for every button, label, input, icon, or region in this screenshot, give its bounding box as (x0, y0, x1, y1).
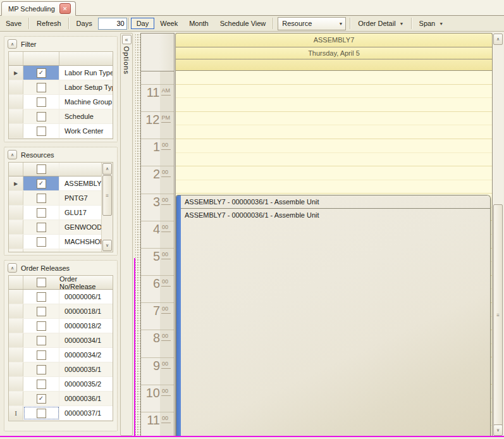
save-button[interactable]: Save (0, 18, 27, 29)
scrollbar-thumb[interactable]: ≡ (102, 175, 112, 216)
day-view-button[interactable]: Day (131, 18, 155, 29)
collapse-chevron-icon[interactable]: ∧ (8, 39, 17, 49)
scroll-down-icon[interactable]: ∨ (493, 424, 503, 436)
table-row[interactable]: 00000034/1 (9, 333, 113, 348)
scroll-up-icon[interactable]: ∧ (493, 34, 503, 45)
schedule-view-button[interactable]: Schedule View (214, 18, 272, 29)
checkbox[interactable] (37, 307, 46, 316)
checkbox-cell[interactable] (23, 406, 59, 420)
checkbox[interactable] (37, 223, 46, 232)
checkbox-cell[interactable] (23, 206, 59, 220)
collapse-chevron-icon[interactable]: ∧ (8, 263, 17, 273)
table-row[interactable]: 00000034/2 (9, 348, 113, 362)
table-row[interactable]: GENWOOD7 (9, 220, 102, 235)
row-selector[interactable] (9, 191, 23, 205)
span-menu-button[interactable]: Span ▼ (414, 18, 450, 29)
scroll-down-icon[interactable]: ∨ (102, 240, 112, 251)
table-row[interactable]: 00000035/2 (9, 377, 113, 392)
checkbox[interactable] (37, 97, 46, 107)
checkbox[interactable] (37, 292, 46, 302)
current-row-arrow-icon[interactable]: ▶ (9, 66, 23, 80)
checkbox-cell[interactable] (23, 191, 59, 205)
checkbox-cell[interactable]: ✓ (23, 392, 59, 405)
row-selector[interactable] (9, 124, 23, 138)
month-view-button[interactable]: Month (183, 18, 214, 29)
table-row[interactable]: I00000037/1 (9, 406, 113, 421)
checkbox[interactable] (37, 350, 46, 360)
all-day-area[interactable] (175, 59, 493, 71)
tab-mp-scheduling[interactable]: MP Scheduling ✕ (1, 1, 76, 16)
scrollbar-thumb[interactable]: ≡ (493, 204, 503, 426)
table-row[interactable]: 00000018/1 (9, 304, 113, 319)
table-row[interactable]: ✓00000036/1 (9, 392, 113, 406)
table-row[interactable]: PNTG7 (9, 191, 102, 206)
checkbox-cell[interactable] (23, 109, 59, 123)
day-grid[interactable]: ASSEMBLY7 - 00000036/1 - Assemble UnitAS… (175, 71, 493, 436)
checkbox-cell[interactable] (23, 220, 59, 234)
checkbox-cell[interactable]: ✓ (23, 66, 59, 80)
calendar-scrollbar[interactable]: ∧ ≡ ∨ (493, 33, 503, 436)
order-detail-menu-button[interactable]: Order Detail ▼ (352, 18, 409, 29)
row-selector[interactable] (9, 95, 23, 109)
table-row[interactable]: 00000018/2 (9, 319, 113, 333)
row-selector[interactable] (9, 249, 23, 252)
checkbox[interactable] (37, 127, 46, 136)
select-all-checkbox[interactable] (37, 278, 46, 287)
select-all-checkbox[interactable] (37, 164, 46, 174)
table-row[interactable]: MACHSHOP7 (9, 235, 102, 249)
resource-column-header[interactable]: ASSEMBLY7 (175, 33, 493, 47)
close-icon[interactable]: ✕ (59, 3, 71, 14)
checkbox[interactable]: ✓ (37, 68, 46, 78)
table-row[interactable]: WELD7 (9, 249, 102, 252)
row-selector[interactable] (9, 362, 23, 376)
table-row[interactable]: Work Center (9, 124, 113, 139)
checkbox-cell[interactable] (23, 304, 59, 318)
checkbox[interactable] (37, 365, 46, 374)
appointment-label[interactable]: ASSEMBLY7 - 00000036/1 - Assemble Unit (181, 209, 490, 221)
resource-dropdown[interactable]: Resource ▼ (278, 17, 346, 30)
row-selector[interactable] (9, 333, 23, 347)
checkbox-cell[interactable] (23, 95, 59, 109)
appointment-body[interactable]: ASSEMBLY7 - 00000036/1 - Assemble UnitAS… (181, 195, 490, 436)
row-selector[interactable] (9, 206, 23, 220)
checkbox-cell[interactable] (23, 362, 59, 376)
table-row[interactable]: GLU17 (9, 206, 102, 220)
scroll-up-icon[interactable]: ∧ (102, 163, 112, 175)
checkbox[interactable] (37, 409, 46, 418)
checkbox-cell[interactable] (23, 80, 59, 94)
table-row[interactable]: ▶✓Labor Run Type (9, 66, 113, 80)
week-view-button[interactable]: Week (154, 18, 183, 29)
checkbox[interactable] (37, 237, 46, 247)
expand-chevron-icon[interactable]: « (122, 35, 132, 44)
row-selector[interactable] (9, 319, 23, 333)
checkbox[interactable] (37, 252, 46, 253)
checkbox-cell[interactable] (23, 319, 59, 333)
row-selector[interactable] (9, 235, 23, 249)
row-selector[interactable] (9, 109, 23, 123)
table-row[interactable]: Schedule (9, 109, 113, 124)
checkbox-cell[interactable]: ✓ (23, 176, 59, 190)
checkbox-cell[interactable] (23, 235, 59, 249)
checkbox-cell[interactable] (23, 290, 59, 304)
checkbox-cell[interactable] (23, 124, 59, 138)
days-count-input[interactable] (98, 18, 127, 30)
row-selector[interactable] (9, 290, 23, 304)
table-row[interactable]: 00000006/1 (9, 290, 113, 304)
resources-scrollbar[interactable]: ∧ ≡ ∨ (101, 163, 113, 252)
checkbox[interactable]: ✓ (37, 179, 46, 189)
appointment-label[interactable]: ASSEMBLY7 - 00000036/1 - Assemble Unit (181, 195, 490, 209)
row-selector[interactable] (9, 348, 23, 362)
row-selector[interactable] (9, 80, 23, 94)
checkbox[interactable]: ✓ (37, 394, 46, 404)
collapse-chevron-icon[interactable]: ∧ (8, 150, 17, 159)
checkbox[interactable] (37, 380, 46, 389)
checkbox[interactable] (37, 83, 46, 92)
row-selector[interactable]: I (9, 406, 23, 420)
refresh-button[interactable]: Refresh (31, 18, 67, 29)
checkbox-cell[interactable] (23, 333, 59, 347)
date-column-header[interactable]: Thursday, April 5 (175, 47, 493, 59)
checkbox-cell[interactable] (23, 348, 59, 362)
current-row-arrow-icon[interactable]: ▶ (9, 176, 23, 190)
splitter-handle[interactable] (135, 33, 140, 436)
checkbox[interactable] (37, 208, 46, 218)
